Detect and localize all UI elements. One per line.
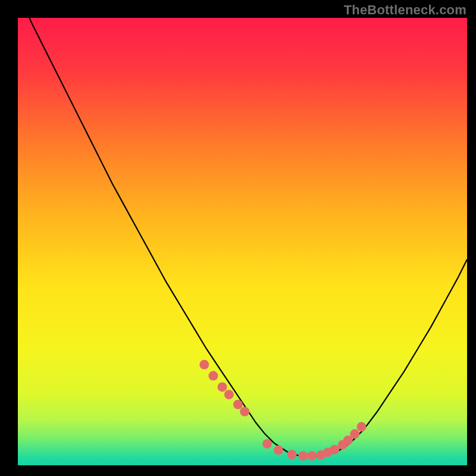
- curve-marker: [357, 422, 367, 431]
- curve-marker: [308, 451, 317, 461]
- curve-marker: [274, 445, 283, 455]
- curve-marker: [298, 451, 308, 461]
- curve-marker: [199, 360, 209, 369]
- curve-marker: [350, 429, 359, 439]
- curve-marker: [208, 371, 218, 381]
- curve-marker: [330, 445, 339, 455]
- curve-marker: [262, 439, 272, 449]
- curve-marker: [240, 407, 249, 416]
- curve-marker: [233, 400, 243, 409]
- chart-container: TheBottleneck.com: [0, 0, 476, 476]
- watermark-text: TheBottleneck.com: [344, 2, 466, 18]
- plot-background: [18, 18, 467, 465]
- curve-marker: [287, 450, 297, 459]
- curve-marker: [224, 390, 234, 399]
- curve-marker: [218, 382, 227, 392]
- chart-svg: [0, 0, 476, 476]
